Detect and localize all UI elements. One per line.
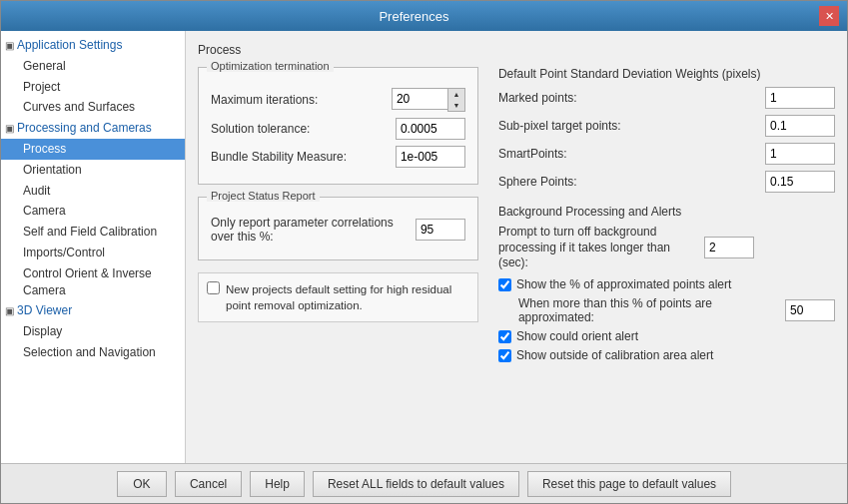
sidebar-item-display[interactable]: Display — [1, 321, 185, 342]
panel-title: Process — [198, 43, 835, 57]
background-section: Background Processing and Alerts Prompt … — [498, 201, 835, 362]
sidebar-item-imports-control[interactable]: Imports/Control — [1, 243, 185, 263]
ok-button[interactable]: OK — [117, 471, 167, 497]
sidebar-item-audit[interactable]: Audit — [1, 181, 185, 202]
show-approx-row: Show the % of approximated points alert — [498, 277, 835, 291]
sidebar-item-app-settings[interactable]: ▣ Application Settings — [1, 35, 185, 56]
new-project-checkbox[interactable] — [207, 281, 220, 294]
expand-icon: ▣ — [5, 304, 14, 318]
smart-row: SmartPoints: — [498, 143, 835, 165]
smart-input[interactable] — [765, 143, 835, 165]
max-iter-label: Maximum iterations: — [211, 93, 392, 107]
sidebar-item-control-orient[interactable]: Control Orient & Inverse Camera — [1, 263, 185, 301]
sidebar-item-label: General — [23, 58, 66, 75]
subpixel-input[interactable] — [765, 115, 835, 137]
show-outside-row: Show outside of calibration area alert — [498, 348, 835, 362]
two-col-layout: Optimization termination Maximum iterati… — [198, 67, 835, 367]
reset-all-button[interactable]: Reset ALL fields to default values — [313, 471, 519, 497]
prompt-input[interactable] — [704, 237, 754, 258]
sidebar-item-label: Selection and Navigation — [23, 344, 156, 361]
show-orient-row: Show could orient alert — [498, 329, 835, 343]
spin-down-button[interactable]: ▼ — [448, 100, 464, 111]
sidebar-item-label: Project — [23, 79, 60, 96]
sidebar-item-general[interactable]: General — [1, 56, 185, 77]
sol-tol-label: Solution tolerance: — [211, 122, 396, 136]
report-desc: Only report parameter correlations over … — [211, 216, 416, 244]
project-status-label: Project Status Report — [207, 190, 320, 202]
titlebar: Preferences ✕ — [1, 1, 847, 31]
optimization-section-label: Optimization termination — [207, 60, 334, 72]
max-iter-row: Maximum iterations: ▲ ▼ — [211, 88, 465, 112]
reset-page-button[interactable]: Reset this page to default values — [527, 471, 731, 497]
close-button[interactable]: ✕ — [819, 6, 839, 26]
sidebar-item-label: Control Orient & Inverse Camera — [23, 265, 181, 299]
sidebar-item-selection-nav[interactable]: Selection and Navigation — [1, 342, 185, 363]
new-project-inner: New projects default setting for high re… — [207, 281, 469, 313]
sidebar-item-label: 3D Viewer — [17, 302, 72, 319]
sol-tol-input[interactable] — [396, 118, 465, 140]
expand-icon: ▣ — [5, 39, 14, 53]
sidebar-item-label: Orientation — [23, 162, 82, 179]
subpixel-row: Sub-pixel target points: — [498, 115, 835, 137]
background-section-title: Background Processing and Alerts — [498, 205, 835, 219]
marked-label: Marked points: — [498, 91, 765, 105]
sidebar-item-label: Processing and Cameras — [17, 120, 152, 137]
spin-up-button[interactable]: ▲ — [448, 89, 464, 100]
sidebar-item-orientation[interactable]: Orientation — [1, 160, 185, 181]
when-more-input[interactable] — [785, 299, 835, 321]
marked-input[interactable] — [765, 87, 835, 109]
show-orient-checkbox[interactable] — [498, 330, 511, 343]
prompt-row: Prompt to turn off background processing… — [498, 225, 835, 271]
sidebar-item-self-field-cal[interactable]: Self and Field Calibration — [1, 222, 185, 243]
cancel-button[interactable]: Cancel — [175, 471, 242, 497]
content-area: ▣ Application Settings General Project C… — [1, 31, 847, 463]
show-outside-checkbox[interactable] — [498, 349, 511, 362]
sidebar-item-3d-viewer[interactable]: ▣ 3D Viewer — [1, 300, 185, 321]
project-status-section: Project Status Report Only report parame… — [198, 197, 478, 260]
show-outside-label: Show outside of calibration area alert — [516, 348, 713, 362]
button-bar: OK Cancel Help Reset ALL fields to defau… — [1, 463, 847, 503]
sidebar-item-label: Audit — [23, 183, 50, 200]
sol-tol-row: Solution tolerance: — [211, 118, 465, 140]
bundle-label: Bundle Stability Measure: — [211, 150, 396, 164]
new-project-section: New projects default setting for high re… — [198, 272, 478, 322]
sidebar-item-label: Display — [23, 323, 62, 340]
show-orient-label: Show could orient alert — [516, 329, 638, 343]
sidebar-item-label: Process — [23, 141, 66, 158]
expand-icon: ▣ — [5, 122, 14, 136]
sphere-row: Sphere Points: — [498, 171, 835, 193]
sidebar-item-project[interactable]: Project — [1, 77, 185, 98]
show-approx-checkbox[interactable] — [498, 278, 511, 291]
new-project-label: New projects default setting for high re… — [226, 281, 469, 313]
spin-buttons: ▲ ▼ — [447, 88, 465, 112]
sidebar-item-label: Camera — [23, 203, 66, 220]
when-more-label: When more than this % of points are appr… — [518, 296, 785, 324]
sidebar-item-curves-surfaces[interactable]: Curves and Surfaces — [1, 97, 185, 118]
show-approx-label: Show the % of approximated points alert — [516, 277, 731, 291]
marked-row: Marked points: — [498, 87, 835, 109]
subpixel-label: Sub-pixel target points: — [498, 119, 765, 133]
sidebar-item-process[interactable]: Process — [1, 139, 185, 160]
left-column: Optimization termination Maximum iterati… — [198, 67, 478, 367]
help-button[interactable]: Help — [250, 471, 305, 497]
default-weights-header: Default Point Standard Deviation Weights… — [498, 67, 835, 193]
sidebar-item-camera[interactable]: Camera — [1, 201, 185, 222]
sidebar-item-label: Imports/Control — [23, 245, 105, 261]
right-column: Default Point Standard Deviation Weights… — [498, 67, 835, 367]
default-weights-title: Default Point Standard Deviation Weights… — [498, 67, 835, 81]
sidebar-item-processing-cameras[interactable]: ▣ Processing and Cameras — [1, 118, 185, 139]
sphere-input[interactable] — [765, 171, 835, 193]
main-panel: Process Optimization termination Maximum… — [186, 31, 847, 463]
when-more-row: When more than this % of points are appr… — [518, 296, 835, 324]
sphere-label: Sphere Points: — [498, 175, 765, 189]
report-value-input[interactable] — [416, 219, 465, 241]
max-iter-spinbox: ▲ ▼ — [392, 88, 465, 112]
bundle-input[interactable] — [396, 146, 465, 168]
max-iter-input[interactable] — [392, 88, 447, 110]
prompt-label: Prompt to turn off background processing… — [498, 225, 698, 271]
smart-label: SmartPoints: — [498, 147, 765, 161]
optimization-section: Optimization termination Maximum iterati… — [198, 67, 478, 185]
preferences-window: Preferences ✕ ▣ Application Settings Gen… — [0, 0, 848, 504]
bundle-row: Bundle Stability Measure: — [211, 146, 465, 168]
window-title: Preferences — [9, 9, 819, 24]
